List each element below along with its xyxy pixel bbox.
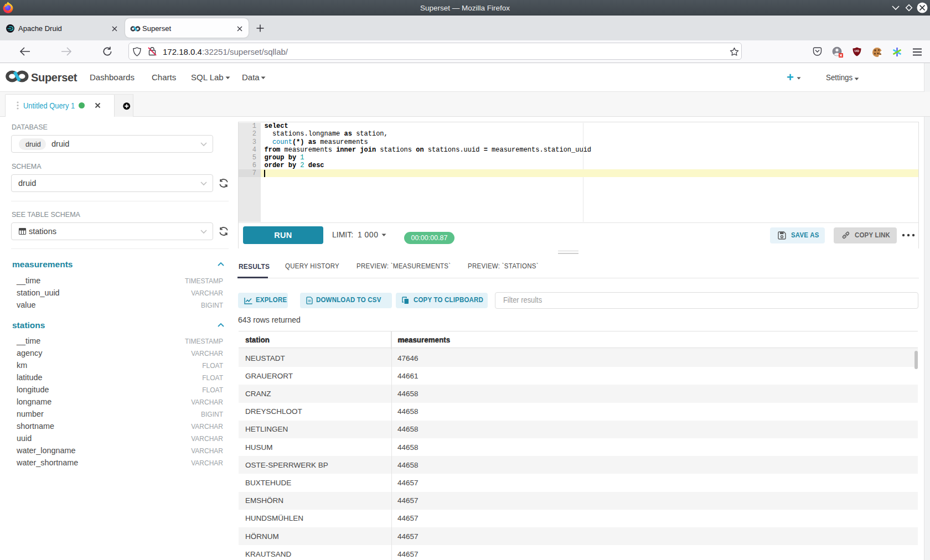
svg-text:UO: UO [855,49,860,53]
